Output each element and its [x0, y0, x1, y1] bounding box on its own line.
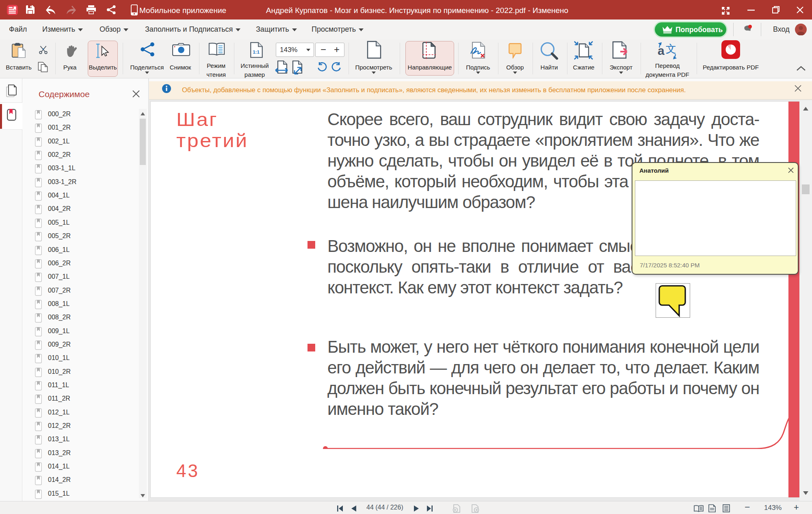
svg-text:a: a [658, 44, 665, 57]
svg-text:1:1: 1:1 [253, 50, 260, 54]
svg-text:文: 文 [666, 43, 676, 55]
